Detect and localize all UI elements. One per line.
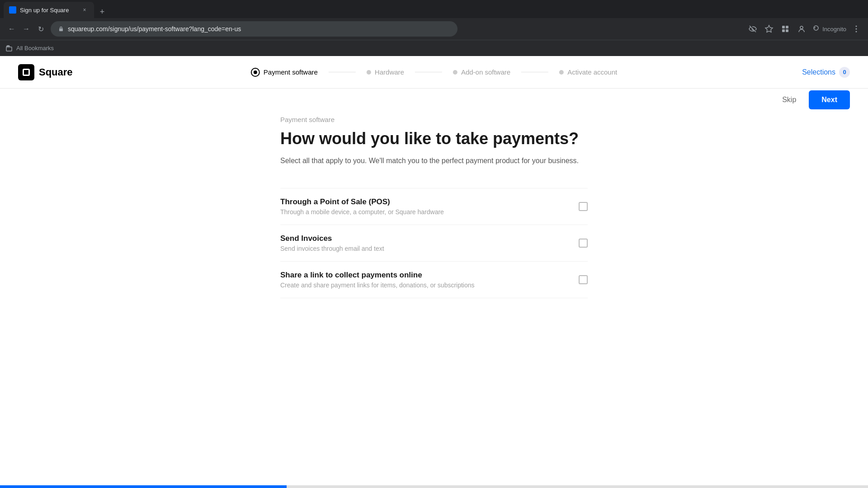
bookmarks-bar: All Bookmarks bbox=[0, 40, 868, 56]
option-pos[interactable]: Through a Point of Sale (POS) Through a … bbox=[280, 188, 588, 225]
option-invoices-title: Send Invoices bbox=[280, 234, 568, 243]
tab-favicon bbox=[9, 6, 16, 14]
step-label-addon: Add-on software bbox=[461, 68, 510, 76]
svg-rect-10 bbox=[6, 47, 12, 51]
address-bar[interactable]: squareup.com/signup/us/payment-software?… bbox=[51, 21, 458, 37]
svg-point-8 bbox=[856, 28, 857, 30]
refresh-button[interactable]: ↻ bbox=[34, 23, 47, 35]
eye-off-icon[interactable] bbox=[746, 23, 759, 35]
svg-rect-3 bbox=[782, 29, 785, 32]
action-buttons: Skip Next bbox=[775, 90, 850, 109]
selections-badge[interactable]: Selections 0 bbox=[802, 67, 850, 78]
option-link-title: Share a link to collect payments online bbox=[280, 271, 568, 280]
section-label: Payment software bbox=[280, 116, 588, 123]
bookmarks-label: All Bookmarks bbox=[16, 45, 54, 52]
svg-rect-0 bbox=[59, 28, 63, 31]
back-button[interactable]: ← bbox=[5, 23, 18, 35]
square-logo-inner bbox=[23, 69, 30, 76]
svg-point-9 bbox=[856, 31, 857, 33]
step-dot-active bbox=[251, 68, 260, 77]
bookmarks-folder-icon bbox=[5, 45, 13, 52]
svg-rect-2 bbox=[786, 26, 788, 28]
option-pos-title: Through a Point of Sale (POS) bbox=[280, 197, 568, 206]
tab-title: Sign up for Square bbox=[20, 7, 77, 14]
svg-rect-4 bbox=[786, 29, 788, 32]
profile-icon[interactable] bbox=[795, 23, 808, 35]
step-dot-addon bbox=[453, 70, 458, 75]
tab-close-button[interactable]: × bbox=[80, 6, 89, 14]
step-sep-2 bbox=[415, 72, 442, 72]
step-label-payment-software: Payment software bbox=[264, 68, 318, 76]
lock-icon bbox=[58, 26, 64, 32]
main-content: Payment software How would you like to t… bbox=[262, 89, 606, 325]
progress-steps: Payment software Hardware Add-on softwar… bbox=[240, 68, 628, 77]
step-dot-activate bbox=[559, 70, 564, 75]
browser-tab[interactable]: Sign up for Square × bbox=[4, 2, 94, 18]
step-hardware: Hardware bbox=[356, 68, 415, 76]
option-invoices[interactable]: Send Invoices Send invoices through emai… bbox=[280, 225, 588, 262]
step-label-hardware: Hardware bbox=[375, 68, 404, 76]
step-activate: Activate account bbox=[548, 68, 628, 76]
option-link-desc: Create and share payment links for items… bbox=[280, 282, 568, 289]
new-tab-button[interactable]: + bbox=[96, 5, 108, 18]
extensions-icon[interactable] bbox=[779, 23, 792, 35]
step-payment-software: Payment software bbox=[240, 68, 329, 77]
star-icon[interactable] bbox=[763, 23, 775, 35]
step-label-activate: Activate account bbox=[567, 68, 617, 76]
menu-button[interactable] bbox=[850, 23, 863, 35]
option-link-content: Share a link to collect payments online … bbox=[280, 271, 568, 289]
top-nav: Square Payment software Hardware Add-on … bbox=[0, 56, 868, 89]
option-pos-checkbox[interactable] bbox=[579, 202, 588, 211]
main-subtext: Select all that apply to you. We'll matc… bbox=[280, 155, 588, 166]
option-invoices-desc: Send invoices through email and text bbox=[280, 245, 568, 252]
option-link-checkbox[interactable] bbox=[579, 275, 588, 284]
selections-count: 0 bbox=[839, 67, 850, 78]
incognito-badge: Incognito bbox=[811, 24, 846, 33]
main-heading: How would you like to take payments? bbox=[280, 129, 588, 148]
option-pos-content: Through a Point of Sale (POS) Through a … bbox=[280, 197, 568, 216]
step-dot-hardware bbox=[367, 70, 371, 75]
browser-actions: Incognito bbox=[746, 23, 863, 35]
skip-button[interactable]: Skip bbox=[775, 91, 803, 108]
option-link[interactable]: Share a link to collect payments online … bbox=[280, 262, 588, 298]
svg-point-5 bbox=[800, 26, 803, 29]
nav-buttons: ← → ↻ bbox=[5, 23, 47, 35]
selections-label: Selections bbox=[802, 68, 835, 76]
square-logo[interactable]: Square bbox=[18, 64, 73, 80]
svg-point-7 bbox=[856, 26, 857, 27]
option-invoices-content: Send Invoices Send invoices through emai… bbox=[280, 234, 568, 252]
step-addon: Add-on software bbox=[442, 68, 521, 76]
svg-rect-1 bbox=[782, 26, 785, 28]
forward-button[interactable]: → bbox=[20, 23, 33, 35]
square-logo-text: Square bbox=[39, 66, 73, 78]
square-logo-icon bbox=[18, 64, 34, 80]
step-sep-3 bbox=[521, 72, 548, 72]
next-button[interactable]: Next bbox=[809, 90, 850, 109]
address-text: squareup.com/signup/us/payment-software?… bbox=[68, 25, 241, 33]
option-pos-desc: Through a mobile device, a computer, or … bbox=[280, 208, 568, 216]
step-sep-1 bbox=[329, 72, 356, 72]
option-invoices-checkbox[interactable] bbox=[579, 239, 588, 248]
incognito-label: Incognito bbox=[822, 26, 846, 33]
